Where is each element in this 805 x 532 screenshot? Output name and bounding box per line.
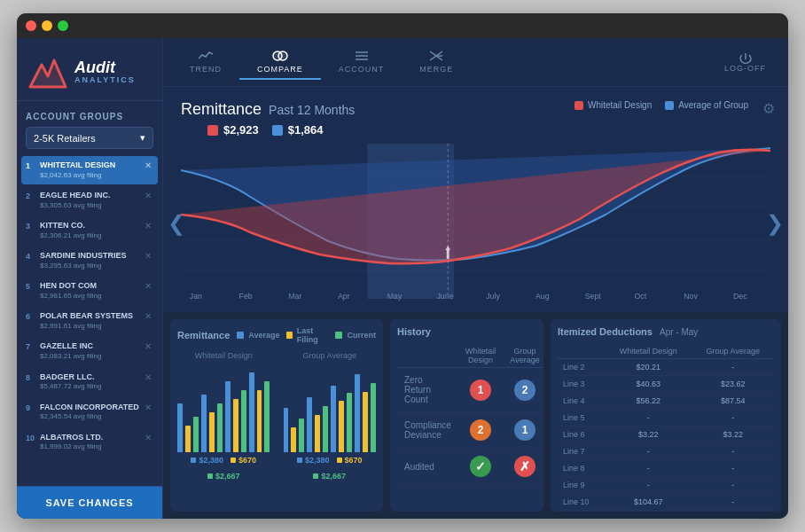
account-list: 1 WHITETAIL DESIGN $2,042.63 avg filing … — [17, 156, 162, 486]
item-label-0: Line 2 — [558, 359, 605, 376]
nav-account[interactable]: ACCOUNT — [321, 45, 402, 80]
account-name: WHITETAIL DESIGN — [40, 160, 143, 171]
history-whitetail-1: 2 — [458, 412, 504, 449]
account-amount: $3,295.63 avg filing — [40, 262, 143, 270]
item-whitetail-3: - — [605, 410, 692, 426]
bar-cur-2 — [217, 403, 223, 452]
save-changes-button[interactable]: SAVE CHANGES — [17, 486, 162, 519]
g-bar-avg-3 — [331, 386, 336, 452]
item-group-7: - — [692, 477, 774, 494]
account-close-icon[interactable]: ✕ — [143, 372, 153, 382]
account-num: 5 — [26, 282, 40, 291]
last-legend — [286, 332, 292, 339]
whitetail-legend-dot — [574, 101, 583, 110]
account-close-icon[interactable]: ✕ — [143, 221, 153, 231]
maximize-button[interactable] — [58, 20, 68, 31]
table-row: Line 3 $40.63 $23.62 — [558, 376, 774, 393]
account-amount: $2,991.61 avg filing — [40, 322, 143, 331]
account-close-icon[interactable]: ✕ — [143, 281, 153, 291]
account-item-3[interactable]: 3 KITTEN CO. $2,306.21 avg filing ✕ — [21, 216, 158, 245]
title-bar — [17, 13, 788, 38]
svg-text:Nov: Nov — [684, 292, 698, 301]
item-whitetail-2: $56.22 — [605, 393, 692, 410]
nav-merge[interactable]: MERGE — [402, 45, 471, 80]
account-info: POLAR BEAR SYSTEMS $2,991.61 avg filing — [40, 311, 143, 331]
table-row: Line 9 - - — [558, 477, 774, 494]
svg-text:June: June — [436, 292, 453, 301]
whitetail-values: $2,380 $670 $2,667 — [177, 456, 270, 481]
account-num: 3 — [26, 222, 40, 231]
history-col-whitetail: Whitetail Design — [458, 344, 504, 368]
bar-cur-3 — [241, 390, 246, 452]
account-item-8[interactable]: 8 BADGER LLC. $5,487.72 avg filing ✕ — [21, 368, 158, 396]
nav-logoff[interactable]: LOG-OFF — [711, 47, 779, 77]
history-label-0: Zero Return Count — [397, 368, 458, 412]
account-info: ALBATROS LTD. $1,999.02 avg filing — [40, 433, 143, 452]
close-button[interactable] — [26, 20, 36, 31]
item-group-8: - — [692, 494, 774, 511]
bar-avg-3 — [225, 381, 231, 452]
chart-nav-right[interactable]: ❯ — [766, 211, 784, 236]
table-row: Line 10 $104.67 - — [558, 494, 774, 511]
account-item-5[interactable]: 5 HEN DOT COM $2,981.65 avg filing ✕ — [21, 277, 158, 305]
account-item-10[interactable]: 10 ALBATROS LTD. $1,999.02 avg filing ✕ — [21, 428, 158, 457]
account-close-icon[interactable]: ✕ — [143, 341, 153, 351]
item-col-whitetail: Whitetail Design — [605, 344, 692, 359]
chart-svg: Jan Feb Mar Apr May June July Aug Sept O… — [181, 144, 770, 303]
remittance-legend: Average Last Filing Current — [237, 326, 376, 344]
top-nav: TREND COMPARE ACCOUNT — [163, 38, 788, 87]
account-close-icon[interactable]: ✕ — [143, 160, 153, 170]
svg-text:Dec: Dec — [733, 292, 747, 301]
account-close-icon[interactable]: ✕ — [143, 403, 153, 412]
account-close-icon[interactable]: ✕ — [143, 251, 153, 261]
svg-text:Aug: Aug — [535, 292, 550, 301]
history-whitetail-2: ✓ — [458, 449, 504, 485]
content-area: TREND COMPARE ACCOUNT — [163, 38, 788, 519]
history-label-1: Compliance Deviance — [397, 412, 458, 449]
group-dropdown[interactable]: 2-5K Retailers ▾ — [26, 127, 153, 149]
group-bars: Group Average — [284, 351, 377, 481]
account-name: GAZELLE INC — [40, 341, 143, 352]
table-row: Line 2 $20.21 - — [558, 359, 774, 376]
settings-icon[interactable]: ⚙ — [762, 100, 775, 117]
account-close-icon[interactable]: ✕ — [143, 311, 153, 321]
nav-compare[interactable]: COMPARE — [239, 45, 321, 80]
nav-trend[interactable]: TREND — [172, 45, 239, 80]
svg-text:Jan: Jan — [190, 292, 202, 301]
account-groups-label: ACCOUNT GROUPS — [17, 101, 162, 127]
account-item-7[interactable]: 7 GAZELLE INC $2,083.21 avg filing ✕ — [21, 337, 158, 365]
legend-whitetail: Whitetail Design — [574, 100, 652, 110]
account-item-1[interactable]: 1 WHITETAIL DESIGN $2,042.63 avg filing … — [21, 156, 158, 184]
item-col-label — [558, 344, 605, 359]
account-item-6[interactable]: 6 POLAR BEAR SYSTEMS $2,991.61 avg filin… — [21, 307, 158, 335]
svg-text:Oct: Oct — [634, 292, 646, 301]
account-close-icon[interactable]: ✕ — [143, 191, 153, 200]
account-num: 2 — [26, 192, 40, 200]
account-item-4[interactable]: 4 SARDINE INDUSTRIES $3,295.63 avg filin… — [21, 246, 158, 275]
item-label-2: Line 4 — [558, 393, 605, 410]
history-group-2: ✗ — [503, 449, 543, 485]
item-group-0: - — [692, 359, 774, 376]
whitetail-bars: Whitetail Design — [177, 351, 270, 481]
logo-area: Audit ANALYTICS — [17, 38, 162, 101]
chart-legend: Whitetail Design Average of Group — [574, 100, 748, 110]
account-name: POLAR BEAR SYSTEMS — [40, 311, 143, 322]
account-close-icon[interactable]: ✕ — [143, 433, 153, 442]
account-amount: $2,083.21 avg filing — [40, 352, 143, 361]
chart-labels: $2,923 $1,864 — [207, 123, 770, 137]
badge-red-1: 1 — [470, 379, 491, 401]
svg-text:Sept: Sept — [585, 292, 602, 301]
account-name: SARDINE INDUSTRIES — [40, 251, 143, 262]
account-item-9[interactable]: 9 FALCON INCORPORATED $2,345.54 avg fili… — [21, 398, 158, 426]
badge-x: ✗ — [514, 456, 535, 477]
account-item-2[interactable]: 2 EAGLE HEAD INC. $3,305.63 avg filing ✕ — [21, 186, 158, 215]
account-num: 6 — [26, 312, 40, 321]
g-bar-last-3 — [339, 401, 344, 452]
table-row: Zero Return Count 1 2 — [397, 368, 543, 412]
g-bar-avg-4 — [355, 374, 360, 452]
bar-col-1 — [177, 403, 183, 452]
item-label-8: Line 10 — [558, 494, 605, 511]
chart-nav-left[interactable]: ❮ — [168, 211, 185, 236]
bar-last-1 — [185, 426, 191, 452]
minimize-button[interactable] — [42, 20, 52, 31]
